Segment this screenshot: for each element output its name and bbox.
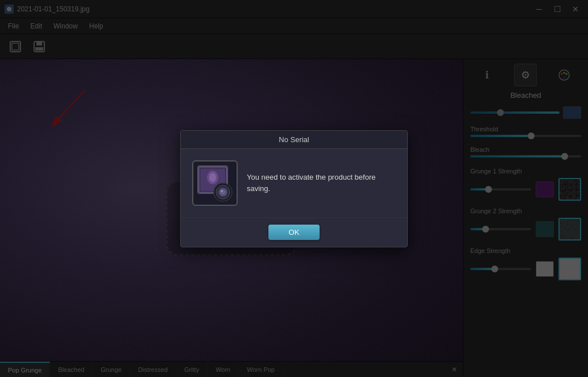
dialog-icon xyxy=(192,160,238,206)
dialog-title: No Serial xyxy=(181,131,407,149)
svg-point-83 xyxy=(221,190,223,192)
svg-point-82 xyxy=(220,189,226,195)
dialog-app-icon xyxy=(193,161,237,205)
svg-point-78 xyxy=(209,173,216,182)
dialog-body: You need to activate the product before … xyxy=(181,149,407,217)
dialog-footer: OK xyxy=(181,217,407,247)
dialog-ok-button[interactable]: OK xyxy=(268,225,320,240)
dialog-overlay: No Serial xyxy=(0,0,588,377)
dialog-message: You need to activate the product before … xyxy=(247,172,396,194)
no-serial-dialog: No Serial xyxy=(180,130,408,247)
